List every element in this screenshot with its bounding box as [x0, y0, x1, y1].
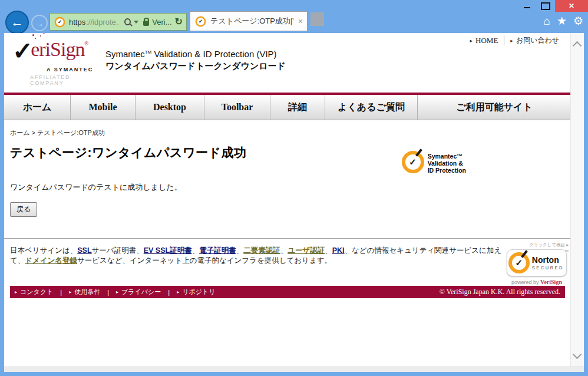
nav-item-faq[interactable]: よくあるご質問: [325, 95, 418, 120]
minimize-button[interactable]: [517, 0, 536, 12]
bullet-icon: ▸: [116, 289, 118, 295]
repository-link-label: リポジトリ: [182, 288, 215, 296]
vip-seal-line3: ID Protection: [428, 167, 466, 174]
contact-link[interactable]: ▸お問い合わせ: [504, 35, 565, 45]
product-title: SymantecTM Validation & ID Protection (V…: [105, 49, 286, 59]
nav-item-toolbar[interactable]: Toolbar: [204, 95, 270, 120]
browser-tab[interactable]: ✓ テストページ:OTP成功|VI... ×: [190, 11, 308, 31]
bottom-bar: ▸コンタクト | ▸使用条件 | ▸プライバシー | ▸リポジトリ © Veri…: [10, 286, 565, 298]
norton-secured-seal[interactable]: クリックして検証 ▸ ✓ Norton SECURED ™ powered by…: [505, 242, 569, 285]
bottom-bar-links: ▸コンタクト | ▸使用条件 | ▸プライバシー | ▸リポジトリ: [15, 288, 216, 296]
logo-check-icon: ✓: [12, 37, 33, 65]
refresh-icon[interactable]: ↻: [175, 17, 183, 27]
product-subtitle: ワンタイムパスワードトークンダウンロード: [105, 61, 286, 72]
maximize-icon: [541, 2, 550, 10]
breadcrumb-home-link[interactable]: ホーム: [10, 129, 30, 136]
vip-seal-brand-name: Symantec: [428, 153, 457, 160]
nav-item-available-sites[interactable]: ご利用可能サイト: [418, 95, 571, 120]
bullet-icon: ▸: [15, 289, 17, 295]
close-button[interactable]: ✕: [555, 0, 588, 12]
digital-cert-link[interactable]: 電子証明書: [199, 246, 236, 255]
certificate-name[interactable]: Veri...: [152, 18, 171, 27]
search-icon[interactable]: [124, 18, 131, 25]
product-name: Symantec: [105, 49, 145, 59]
close-icon: ✕: [569, 2, 574, 10]
chevron-down-icon[interactable]: [134, 21, 138, 24]
two-factor-link[interactable]: 二要素認証: [243, 246, 280, 255]
scroll-up-icon[interactable]: [573, 41, 582, 51]
terms-link-label: 使用条件: [74, 288, 100, 296]
scroll-down-icon[interactable]: [573, 350, 582, 359]
copyright: © VeriSign Japan K.K. All rights reserve…: [440, 288, 560, 296]
back-page-button[interactable]: 戻る: [10, 202, 37, 217]
home-link[interactable]: ▸HOME: [464, 36, 504, 45]
back-button[interactable]: ←: [5, 11, 29, 34]
user-auth-link[interactable]: ユーザ認証: [288, 246, 325, 255]
back-arrow-icon: ←: [11, 15, 24, 29]
registered-mark: ®: [84, 41, 88, 47]
ssl-link[interactable]: SSL: [77, 246, 91, 255]
powered-by-brand: VeriSign: [540, 279, 562, 285]
norton-verify-text: クリックして検証: [529, 242, 565, 248]
logo-subline-affiliated: AFFILIATED COMPANY: [30, 74, 107, 86]
norton-brand: Norton: [532, 256, 564, 264]
tab-close-icon[interactable]: ×: [298, 17, 303, 26]
pki-link[interactable]: PKI: [332, 246, 345, 255]
nav-item-desktop[interactable]: Desktop: [136, 95, 204, 120]
contact-footer-link[interactable]: ▸コンタクト: [15, 288, 53, 296]
about-text: サーバ証明書、: [92, 246, 144, 255]
success-message: ワンタイムパスワードのテストに成功しました。: [10, 182, 565, 193]
new-tab-button[interactable]: [310, 12, 324, 26]
check-glyph: ✓: [199, 19, 203, 24]
tm-mark: ™: [564, 249, 569, 253]
ie-browser-window: { "icons": { "bullet": "▸", "check": "✓"…: [0, 0, 588, 376]
nav-item-home[interactable]: ホーム: [4, 95, 71, 120]
bullet-icon: ▸: [177, 289, 179, 295]
vip-seal-line2: Validation &: [428, 160, 463, 167]
product-title-block: SymantecTM Validation & ID Protection (V…: [105, 49, 286, 72]
check-glyph: ✓: [58, 19, 62, 25]
terms-link[interactable]: ▸使用条件: [69, 288, 100, 296]
ev-ssl-link[interactable]: EV SSL証明書: [144, 246, 192, 255]
logo-brand-text: eriSign: [31, 38, 84, 60]
tm-mark: TM: [457, 153, 462, 156]
separator: |: [168, 289, 170, 296]
norton-seal-text: Norton SECURED: [532, 256, 564, 271]
window-controls: ✕: [517, 0, 588, 12]
about-text: 、: [192, 246, 200, 255]
powered-by-text: powered by: [511, 279, 539, 285]
status-bar: [4, 367, 584, 372]
about-paragraph: 日本ベリサインは、SSLサーバ証明書、EV SSL証明書、電子証明書、二要素認証…: [10, 246, 510, 266]
privacy-link[interactable]: ▸プライバシー: [116, 288, 161, 296]
minimize-icon: [524, 7, 530, 8]
home-icon[interactable]: ⌂: [543, 15, 550, 27]
check-glyph: ✓: [409, 157, 417, 167]
vip-seal-check-icon: ✓: [402, 151, 424, 173]
browser-chrome: ← → ✓ https ://idprote... Veri... ↻ ✓ テス…: [0, 0, 588, 33]
forward-button[interactable]: →: [31, 15, 48, 31]
about-text: 、: [325, 246, 332, 255]
bullet-icon: ▸: [510, 38, 513, 44]
bullet-icon: ▸: [566, 242, 569, 248]
about-text: サービスなど、インターネット上の電子的なインフラを提供しております。: [77, 256, 332, 265]
favorites-star-icon[interactable]: ★: [557, 15, 567, 27]
norton-secured-label: SECURED: [532, 265, 564, 271]
nav-item-details[interactable]: 詳細: [270, 95, 325, 120]
gear-icon[interactable]: ⚙: [573, 15, 583, 27]
repository-link[interactable]: ▸リポジトリ: [177, 288, 215, 296]
forward-arrow-icon: →: [35, 18, 44, 28]
symantec-vip-seal[interactable]: ✓ SymantecTM Validation & ID Protection: [402, 151, 466, 174]
contact-link-label: お問い合わせ: [516, 35, 559, 45]
main-navigation: ホーム Mobile Desktop Toolbar 詳細 よくあるご質問 ご利…: [4, 93, 571, 120]
privacy-link-label: プライバシー: [121, 288, 161, 296]
about-text: 、: [280, 246, 288, 255]
address-bar[interactable]: ✓ https ://idprote... Veri... ↻: [49, 13, 187, 31]
verisign-logo[interactable]: ✓eriSign® A SYMANTEC AFFILIATED COMPANY: [12, 37, 107, 91]
maximize-button[interactable]: [536, 0, 555, 12]
nav-item-mobile[interactable]: Mobile: [71, 95, 136, 120]
viewport: ✓eriSign® A SYMANTEC AFFILIATED COMPANY …: [4, 33, 584, 372]
domain-registration-link[interactable]: ドメイン名登録: [25, 256, 77, 265]
tm-mark: TM: [145, 50, 152, 55]
home-link-label: HOME: [475, 36, 498, 45]
vertical-scrollbar[interactable]: [570, 33, 584, 367]
